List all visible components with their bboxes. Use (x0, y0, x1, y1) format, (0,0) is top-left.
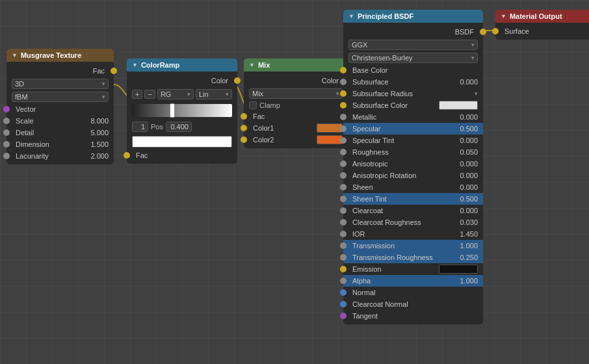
matoutput-surface-row: Surface (495, 25, 589, 37)
colorramp-selected-color[interactable] (132, 136, 232, 148)
musgrave-scale-socket[interactable] (3, 118, 10, 124)
principled-alpha-row: Alpha 1.000 (343, 275, 483, 287)
musgrave-type-dropdown[interactable]: 3D ▾ (12, 79, 109, 89)
musgrave-collapse-icon[interactable]: ▼ (12, 52, 18, 58)
principled-subsurface-row: Subsurface 0.000 (343, 76, 483, 88)
principled-anisotropic-row: Anisotropic 0.000 (343, 158, 483, 170)
principled-metallic-row: Metallic 0.000 (343, 111, 483, 123)
mix-clamp-checkbox[interactable] (249, 101, 257, 109)
matoutput-header: ▼ Material Output (495, 10, 589, 23)
mix-color2-label: Color2 (253, 136, 317, 144)
principled-clearcoat-socket[interactable] (340, 207, 347, 214)
musgrave-detail-socket[interactable] (3, 129, 10, 136)
mix-color2-swatch[interactable] (317, 135, 343, 144)
principled-roughness-row: Roughness 0.050 (343, 146, 483, 158)
mix-color2-row: Color2 (244, 134, 348, 146)
colorramp-handle[interactable] (170, 103, 175, 118)
mix-fac-label: Fac (253, 112, 343, 120)
principled-bsdf-output-row: BSDF (343, 25, 483, 38)
musgrave-lacunarity-socket[interactable] (3, 153, 10, 159)
principled-emission-socket[interactable] (340, 266, 347, 272)
mix-color2-socket[interactable] (241, 136, 247, 143)
principled-alpha-socket[interactable] (340, 278, 347, 284)
colorramp-color-output-row: Color (127, 74, 237, 87)
principled-normal-row: Normal (343, 287, 483, 298)
principled-sheen-tint-socket[interactable] (340, 196, 347, 202)
colorramp-fac-row: Fac (127, 150, 237, 161)
musgrave-fac-label: Fac (93, 67, 105, 75)
colorramp-header: ▼ ColorRamp (127, 58, 237, 72)
principled-base-color-socket[interactable] (340, 67, 347, 73)
colorramp-pos-value[interactable]: 0.400 (166, 122, 192, 132)
principled-specular-tint-socket[interactable] (340, 137, 347, 144)
colorramp-colormode-dropdown[interactable]: RG ▾ (157, 89, 194, 99)
principled-title: Principled BSDF (358, 12, 413, 20)
principled-sheen-socket[interactable] (340, 184, 347, 190)
mix-color1-socket[interactable] (241, 125, 247, 131)
mix-mode-row: Mix ▾ (244, 87, 348, 100)
material-output-node: ▼ Material Output Surface (495, 10, 589, 40)
principled-bsdf-node: ▼ Principled BSDF BSDF GGX ▾ Christensen… (343, 10, 483, 324)
principled-tangent-socket[interactable] (340, 313, 347, 319)
principled-anisotropic-socket[interactable] (340, 161, 347, 167)
principled-subsurf-color-socket[interactable] (340, 102, 347, 109)
musgrave-dimension-row: Dimension 1.500 (7, 138, 114, 150)
principled-collapse-icon[interactable]: ▼ (348, 13, 354, 20)
musgrave-vector-socket[interactable] (3, 106, 10, 112)
principled-bsdf-socket[interactable] (480, 29, 486, 35)
musgrave-vector-row: Vector (7, 103, 114, 115)
principled-base-color-row: Base Color (343, 64, 483, 76)
principled-sheen-tint-row: Sheen Tint 0.500 (343, 193, 483, 205)
principled-subsurf-dropdown[interactable]: Christensen-Burley ▾ (348, 53, 478, 63)
principled-subsurf-color-swatch[interactable] (439, 101, 478, 110)
principled-distribution-row: GGX ▾ (343, 38, 483, 51)
principled-clearcoat-row: Clearcoat 0.000 (343, 205, 483, 216)
matoutput-title: Material Output (510, 12, 562, 20)
matoutput-surface-socket[interactable] (492, 28, 499, 34)
mix-color1-swatch[interactable] (317, 124, 343, 133)
principled-subsurf-method-row: Christensen-Burley ▾ (343, 51, 483, 64)
colorramp-title: ColorRamp (141, 61, 179, 69)
colorramp-fac-socket[interactable] (124, 152, 130, 159)
musgrave-dimension-socket[interactable] (3, 141, 10, 148)
mix-header: ▼ Mix (244, 58, 348, 72)
mix-fac-socket[interactable] (241, 113, 247, 120)
musgrave-subtype-dropdown[interactable]: fBM ▾ (12, 92, 109, 102)
principled-roughness-socket[interactable] (340, 149, 347, 155)
principled-subsurface-socket[interactable] (340, 79, 347, 85)
colorramp-add-stop-button[interactable]: + (132, 90, 142, 99)
colorramp-collapse-icon[interactable]: ▼ (132, 62, 138, 68)
principled-tangent-row: Tangent (343, 310, 483, 322)
musgrave-subtype-row: fBM ▾ (7, 90, 114, 103)
colorramp-remove-stop-button[interactable]: − (144, 90, 155, 99)
colorramp-interp-dropdown[interactable]: Lin ▾ (196, 89, 232, 99)
colorramp-gradient[interactable] (132, 104, 232, 117)
musgrave-fac-output-row: Fac (7, 64, 114, 77)
mix-collapse-icon[interactable]: ▼ (249, 62, 255, 68)
mix-color1-label: Color1 (253, 124, 317, 132)
musgrave-scale-row: Scale 8.000 (7, 115, 114, 127)
principled-transmission-socket[interactable] (340, 242, 347, 249)
musgrave-type-row: 3D ▾ (7, 77, 114, 90)
musgrave-fac-socket[interactable] (111, 68, 117, 74)
matoutput-collapse-icon[interactable]: ▼ (501, 13, 506, 20)
principled-subsurf-radius-socket[interactable] (340, 90, 347, 97)
principled-specular-socket[interactable] (340, 125, 347, 132)
mix-mode-dropdown[interactable]: Mix ▾ (249, 88, 343, 99)
principled-clearcoat-roughness-socket[interactable] (340, 219, 347, 226)
principled-metallic-socket[interactable] (340, 114, 347, 120)
principled-normal-socket[interactable] (340, 289, 347, 296)
principled-distribution-dropdown[interactable]: GGX ▾ (348, 40, 478, 50)
principled-specular-tint-row: Specular Tint 0.000 (343, 135, 483, 146)
principled-anisotropic-rotation-socket[interactable] (340, 172, 347, 179)
principled-bsdf-label: BSDF (455, 28, 474, 36)
mix-clamp-label: Clamp (259, 101, 280, 109)
principled-transmission-roughness-socket[interactable] (340, 254, 347, 261)
principled-subsurf-radius-row: Subsurface Radius ▾ (343, 88, 483, 99)
colorramp-color-socket[interactable] (234, 77, 241, 84)
colorramp-slot-num[interactable]: 1 (132, 122, 148, 132)
principled-ior-row: IOR 1.450 (343, 228, 483, 240)
principled-clearcoat-normal-socket[interactable] (340, 301, 347, 307)
principled-ior-socket[interactable] (340, 231, 347, 237)
principled-emission-swatch[interactable] (439, 265, 478, 274)
